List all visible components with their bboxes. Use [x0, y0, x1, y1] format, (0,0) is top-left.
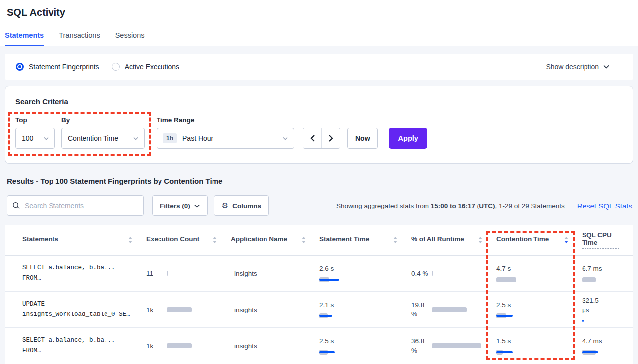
bar-chart [167, 307, 218, 312]
sql-activity-page: SQL Activity Statements Transactions Ses… [0, 0, 638, 364]
tab-bar: Statements Transactions Sessions [0, 31, 638, 46]
search-statements-box [7, 195, 144, 216]
bar-chart [432, 270, 483, 276]
table-row: SELECT a.balance, b.ba... FROM… 1k insig… [5, 328, 633, 364]
gear-icon: ⚙ [222, 202, 228, 209]
top-select[interactable]: 100 [15, 128, 55, 149]
search-criteria-heading: Search Criteria [15, 97, 623, 105]
vertical-divider [571, 197, 571, 214]
now-button[interactable]: Now [347, 128, 378, 149]
sort-icon [393, 237, 397, 243]
sql-cpu-time-cell: 6.7 ms [582, 264, 633, 283]
execution-count-cell: 1k [146, 341, 231, 351]
statement-link[interactable]: SELECT a.balance, b.ba... FROM… [22, 335, 146, 356]
show-description-label: Show description [546, 63, 599, 71]
sort-icon-active-desc [564, 237, 568, 243]
page-header: SQL Activity Statements Transactions Ses… [0, 0, 638, 46]
by-select-value: Contention Time [68, 134, 118, 142]
sort-icon [128, 237, 132, 243]
application-name-cell: insights [231, 306, 319, 313]
sql-cpu-time-cell: 321.5 µs [582, 296, 633, 324]
contention-time-cell: 4.7 s [496, 264, 582, 283]
column-header-pct-runtime[interactable]: % of All Runtime [411, 235, 496, 245]
table-header-row: Statements Execution Count Application N… [5, 225, 633, 256]
top-select-value: 100 [22, 134, 33, 142]
column-header-application-name[interactable]: Application Name [231, 235, 319, 245]
tab-sessions[interactable]: Sessions [115, 31, 145, 46]
chevron-left-icon [310, 134, 316, 142]
results-controls: Filters (0) ⚙ Columns Showing aggregated… [5, 195, 633, 216]
time-range-badge: 1h [163, 133, 177, 143]
radio-selected-icon[interactable] [16, 63, 24, 71]
columns-button[interactable]: ⚙ Columns [214, 195, 269, 216]
apply-button[interactable]: Apply [389, 128, 427, 149]
sort-icon [213, 237, 217, 243]
tab-statements[interactable]: Statements [5, 31, 44, 46]
bar-chart [432, 343, 483, 349]
bar-chart [167, 343, 218, 349]
column-header-sql-cpu-time[interactable]: SQL CPU Time [582, 231, 633, 249]
chevron-right-icon [328, 134, 334, 142]
pct-runtime-cell: 19.8 % [411, 300, 496, 319]
bar-chart [582, 349, 620, 355]
statement-time-cell: 2.5 s [319, 336, 411, 355]
bar-chart [496, 277, 569, 283]
view-mode-card: Statement Fingerprints Active Executions… [5, 54, 633, 80]
column-header-execution-count[interactable]: Execution Count [146, 235, 231, 245]
reset-sql-stats-link[interactable]: Reset SQL Stats [577, 202, 632, 210]
search-icon [12, 202, 20, 209]
sql-cpu-time-cell: 4.7 ms [582, 336, 633, 355]
time-range-field: Time Range 1h Past Hour [157, 116, 294, 149]
show-description-toggle[interactable]: Show description [546, 63, 622, 71]
filters-button[interactable]: Filters (0) [152, 195, 208, 216]
next-time-button[interactable] [321, 128, 340, 148]
by-field: By Contention Time [61, 116, 145, 149]
radio-active-executions[interactable]: Active Executions [112, 63, 180, 71]
time-range-step-buttons [303, 128, 340, 149]
execution-count-cell: 11 [146, 269, 231, 278]
bar-chart [319, 277, 398, 283]
by-select[interactable]: Contention Time [61, 128, 145, 149]
radio-unselected-icon[interactable] [112, 63, 120, 71]
bar-chart [319, 349, 398, 355]
bar-chart [582, 277, 620, 283]
time-range-value: Past Hour [182, 134, 213, 142]
statement-link[interactable]: UPDATE insights_workload_table_0 SE… [22, 299, 146, 320]
search-statements-input[interactable] [25, 202, 138, 209]
contention-time-cell: 1.5 s [496, 336, 582, 355]
application-name-cell: insights [231, 342, 319, 350]
top-field: Top 100 [15, 116, 55, 149]
pct-runtime-cell: 0.4 % [411, 269, 496, 278]
bar-chart [319, 313, 398, 319]
pct-runtime-cell: 36.8 % [411, 336, 496, 355]
previous-time-button[interactable] [303, 128, 321, 148]
chevron-down-icon [133, 137, 138, 140]
application-name-cell: insights [231, 270, 319, 277]
column-header-statement-time[interactable]: Statement Time [319, 235, 411, 245]
chevron-down-icon [194, 204, 200, 208]
bar-chart [167, 270, 218, 276]
columns-button-label: Columns [232, 202, 261, 209]
radio-statement-fingerprints[interactable]: Statement Fingerprints [16, 63, 99, 71]
statements-table: Statements Execution Count Application N… [5, 225, 633, 364]
column-header-contention-time[interactable]: Contention Time [496, 235, 582, 245]
chevron-down-icon [44, 137, 49, 140]
radio-label: Active Executions [125, 63, 180, 71]
contention-time-cell: 2.5 s [496, 300, 582, 319]
page-title: SQL Activity [7, 7, 631, 18]
filters-button-label: Filters (0) [160, 202, 190, 209]
search-criteria-card: Search Criteria Top 100 By Contention Ti… [5, 86, 633, 164]
time-range-value-group: 1h Past Hour [163, 133, 213, 143]
table-row: UPDATE insights_workload_table_0 SE… 1k … [5, 292, 633, 328]
time-range-select[interactable]: 1h Past Hour [157, 128, 294, 149]
column-header-statements[interactable]: Statements [22, 235, 146, 245]
top-label: Top [15, 116, 55, 124]
statement-link[interactable]: SELECT a.balance, b.ba... FROM… [22, 263, 146, 284]
statement-time-cell: 2.1 s [319, 300, 411, 319]
radio-label: Statement Fingerprints [29, 63, 99, 71]
sort-icon [302, 237, 306, 243]
tab-transactions[interactable]: Transactions [59, 31, 100, 46]
by-label: By [61, 116, 145, 124]
bar-chart [496, 313, 569, 319]
execution-count-cell: 1k [146, 305, 231, 314]
